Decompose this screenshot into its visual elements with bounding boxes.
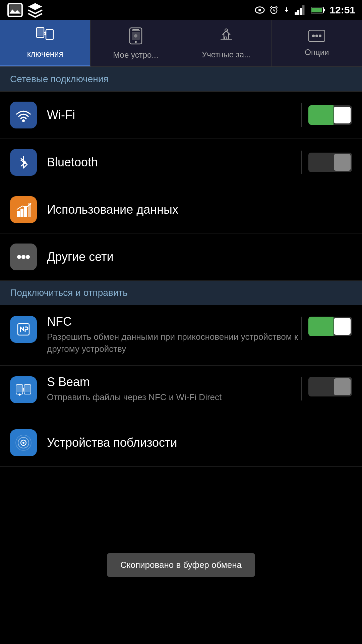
- nearby-devices-icon: [10, 429, 37, 456]
- tab-options-label: Опции: [305, 48, 329, 57]
- status-icons-left: [7, 2, 44, 18]
- other-networks-title: Другие сети: [47, 250, 352, 264]
- nfc-title: NFC: [47, 315, 301, 329]
- sbeam-text: S Beam Отправить файлы через NFC и Wi-Fi…: [47, 375, 301, 403]
- svg-point-23: [312, 35, 315, 37]
- signal-icon: [295, 5, 307, 15]
- sbeam-icon: [10, 376, 37, 403]
- layers-icon: [27, 2, 44, 18]
- svg-rect-6: [297, 10, 299, 15]
- svg-rect-5: [295, 12, 297, 15]
- tab-options[interactable]: Опции: [272, 20, 362, 66]
- svg-rect-8: [302, 5, 304, 15]
- sbeam-divider: [301, 377, 302, 400]
- battery-icon: [311, 6, 325, 14]
- settings-item-nfc[interactable]: NFC Разрешить обмен данными при прикосно…: [0, 305, 362, 366]
- sbeam-subtitle: Отправить файлы через NFC и Wi-Fi Direct: [47, 391, 301, 403]
- svg-rect-16: [132, 29, 139, 30]
- data-usage-text: Использование данных: [47, 203, 352, 217]
- nfc-divider: [301, 317, 302, 340]
- svg-point-3: [258, 9, 261, 11]
- tab-options-icon: [308, 30, 325, 45]
- svg-rect-10: [323, 9, 325, 11]
- tab-bar: ключения Мое устро... Учетные за...: [0, 20, 362, 67]
- svg-point-26: [22, 119, 25, 122]
- other-networks-icon: [10, 244, 37, 270]
- nfc-toggle-knob: [334, 318, 351, 335]
- tab-my-device-label: Мое устро...: [113, 50, 158, 60]
- eye-icon: [254, 6, 265, 14]
- svg-rect-37: [17, 385, 22, 392]
- bluetooth-text: Bluetooth: [47, 155, 301, 169]
- tab-accounts[interactable]: Учетные за...: [181, 20, 272, 66]
- svg-rect-14: [46, 30, 53, 40]
- svg-point-20: [134, 34, 137, 38]
- sbeam-title: S Beam: [47, 375, 301, 389]
- settings-item-other-networks[interactable]: Другие сети: [0, 233, 362, 281]
- bluetooth-title: Bluetooth: [47, 155, 301, 169]
- tab-connections-icon: [36, 27, 54, 47]
- tab-accounts-label: Учетные за...: [202, 50, 251, 59]
- tab-connections[interactable]: ключения: [0, 20, 90, 66]
- nfc-subtitle: Разрешить обмен данными при прикосновени…: [47, 331, 301, 355]
- nfc-toggle-green: [308, 317, 334, 336]
- nfc-toggle[interactable]: [308, 317, 352, 336]
- data-usage-icon: [10, 196, 37, 223]
- settings-item-bluetooth[interactable]: Bluetooth: [0, 139, 362, 186]
- nfc-text: NFC Разрешить обмен данными при прикосно…: [47, 315, 301, 355]
- download-icon: [283, 5, 291, 15]
- settings-item-wifi[interactable]: Wi-Fi: [0, 92, 362, 139]
- settings-item-sbeam[interactable]: S Beam Отправить файлы через NFC и Wi-Fi…: [0, 366, 362, 419]
- other-networks-text: Другие сети: [47, 250, 352, 264]
- tab-connections-label: ключения: [27, 49, 63, 59]
- svg-point-43: [22, 442, 24, 444]
- nearby-devices-title: Устройства поблизости: [47, 436, 352, 450]
- toast-clipboard: Скопировано в буфер обмена: [107, 553, 255, 577]
- nearby-devices-text: Устройства поблизости: [47, 436, 352, 450]
- wifi-icon: [10, 102, 37, 128]
- wifi-toggle-green: [308, 105, 334, 125]
- section-connect-share-header: Подключиться и отправить: [0, 281, 362, 305]
- settings-item-data-usage[interactable]: Использование данных: [0, 186, 362, 233]
- bluetooth-toggle-knob: [334, 154, 351, 171]
- sbeam-toggle[interactable]: [308, 377, 352, 396]
- wifi-divider: [301, 103, 302, 127]
- nfc-icon: [10, 316, 37, 343]
- tab-my-device[interactable]: Мое устро...: [90, 20, 181, 66]
- svg-rect-27: [17, 211, 20, 217]
- svg-point-34: [26, 255, 30, 259]
- tab-my-device-icon: [129, 27, 142, 48]
- settings-item-nearby-devices[interactable]: Устройства поблизости: [0, 419, 362, 467]
- wifi-text: Wi-Fi: [47, 108, 301, 122]
- svg-point-33: [21, 255, 25, 259]
- wifi-toggle-knob: [334, 107, 351, 123]
- alarm-icon: [269, 5, 279, 15]
- section-network-header: Сетевые подключения: [0, 67, 362, 92]
- svg-point-17: [135, 41, 137, 43]
- svg-rect-39: [25, 385, 30, 392]
- status-time: 12:51: [329, 4, 355, 16]
- svg-rect-13: [37, 28, 43, 36]
- data-usage-title: Использование данных: [47, 203, 352, 217]
- tab-accounts-icon: [218, 28, 235, 47]
- bluetooth-divider: [301, 151, 302, 174]
- sbeam-toggle-knob: [334, 378, 351, 395]
- svg-point-24: [315, 35, 318, 37]
- wifi-title: Wi-Fi: [47, 108, 301, 122]
- image-icon: [7, 2, 23, 18]
- status-icons-right: 12:51: [254, 4, 355, 16]
- status-bar: 12:51: [0, 0, 362, 20]
- svg-rect-11: [311, 8, 322, 12]
- svg-point-32: [17, 255, 21, 259]
- svg-rect-28: [20, 209, 23, 217]
- bluetooth-toggle[interactable]: [308, 153, 352, 172]
- wifi-toggle[interactable]: [308, 105, 352, 125]
- bluetooth-icon: [10, 149, 37, 176]
- svg-rect-7: [300, 8, 302, 15]
- svg-point-25: [319, 35, 321, 37]
